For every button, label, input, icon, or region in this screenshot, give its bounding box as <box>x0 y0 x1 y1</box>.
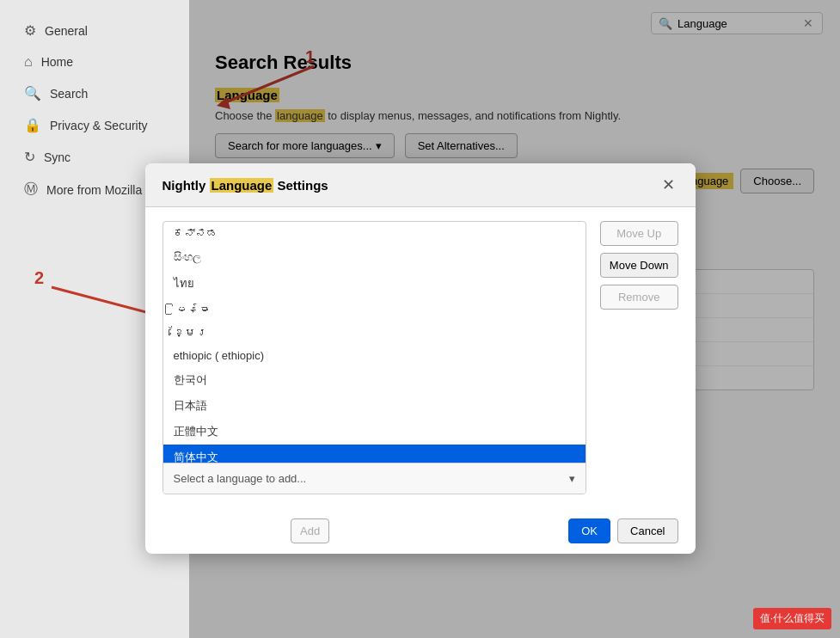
language-list-area: ಕನ್ನಡ සිංහල ไทย မြန်မာ ខ្មែរ ethiopic ( … <box>162 221 586 494</box>
sidebar-label-home: Home <box>41 55 73 69</box>
watermark: 值·什么值得买 <box>753 608 831 629</box>
sidebar-label-general: General <box>45 24 88 38</box>
dialog-header: Nightly Language Settings ✕ <box>145 163 696 207</box>
move-up-button[interactable]: Move Up <box>600 221 678 246</box>
sidebar-label-mozilla: More from Mozilla <box>46 183 142 197</box>
select-language-row[interactable]: Select a language to add... ▾ <box>163 463 586 494</box>
add-button[interactable]: Add <box>291 518 329 543</box>
list-item[interactable]: ಕನ್ನಡ <box>163 222 586 245</box>
ok-button[interactable]: OK <box>568 518 610 543</box>
sidebar-item-privacy[interactable]: 🔒 Privacy & Security <box>7 110 182 140</box>
list-item-selected[interactable]: 简体中文 <box>163 445 586 463</box>
list-item[interactable]: မြန်မာ <box>163 298 586 321</box>
list-item[interactable]: 한국어 <box>163 367 586 393</box>
dialog-actions: Move Up Move Down Remove <box>600 221 678 494</box>
home-icon: ⌂ <box>24 54 33 70</box>
cancel-button[interactable]: Cancel <box>617 518 678 543</box>
dialog-title: Nightly Language Settings <box>162 178 328 193</box>
sidebar-item-search[interactable]: 🔍 Search <box>7 78 182 108</box>
sidebar-label-privacy: Privacy & Security <box>50 119 148 132</box>
list-item[interactable]: 正體中文 <box>163 419 586 445</box>
general-icon: ⚙ <box>24 22 36 39</box>
mozilla-icon: Ⓜ <box>24 181 38 199</box>
list-item[interactable]: සිංහල <box>163 245 586 269</box>
list-item[interactable]: 日本語 <box>163 393 586 419</box>
list-item[interactable]: ไทย <box>163 269 586 298</box>
remove-button[interactable]: Remove <box>600 285 678 310</box>
select-chevron-icon: ▾ <box>569 472 575 485</box>
dialog-body: ಕನ್ನಡ සිංහල ไทย မြန်မာ ខ្មែរ ethiopic ( … <box>145 207 696 508</box>
search-nav-icon: 🔍 <box>24 85 41 101</box>
language-settings-dialog: Nightly Language Settings ✕ ಕನ್ನಡ සිංහල … <box>145 163 696 554</box>
sidebar-label-sync: Sync <box>44 150 71 164</box>
list-item[interactable]: ethiopic ( ethiopic) <box>163 344 586 367</box>
select-placeholder: Select a language to add... <box>174 472 307 485</box>
sidebar-item-general[interactable]: ⚙ General <box>7 15 182 46</box>
dialog-footer: Add OK Cancel <box>145 508 696 554</box>
list-item[interactable]: ខ្មែរ <box>163 321 586 344</box>
language-list: ಕನ್ನಡ සිංහල ไทย မြန်မာ ខ្មែរ ethiopic ( … <box>163 222 586 463</box>
sidebar-item-home[interactable]: ⌂ Home <box>7 47 182 77</box>
language-list-container: ಕನ್ನಡ සිංහල ไทย မြန်မာ ខ្មែរ ethiopic ( … <box>162 221 586 494</box>
dialog-close-button[interactable]: ✕ <box>659 175 678 194</box>
sync-icon: ↻ <box>24 149 35 165</box>
sidebar-label-search: Search <box>50 87 88 101</box>
language-title-highlight: Language <box>210 178 274 193</box>
move-down-button[interactable]: Move Down <box>600 253 678 278</box>
lock-icon: 🔒 <box>24 117 41 133</box>
